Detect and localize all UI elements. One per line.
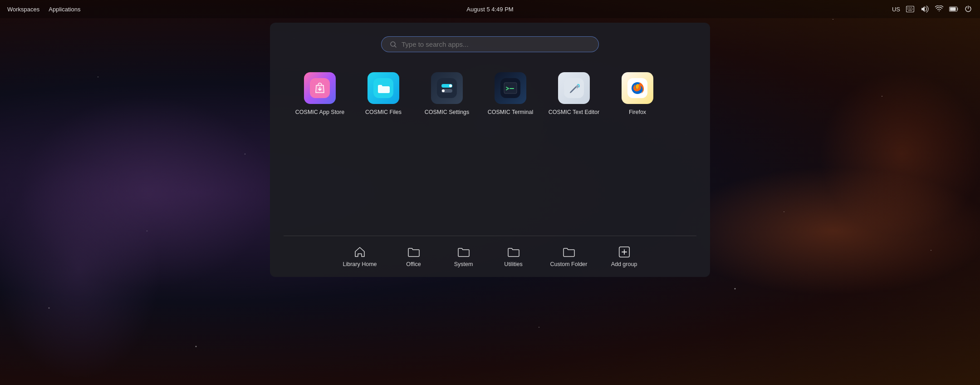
app-label-cosmic-terminal: COSMIC Terminal [488, 109, 533, 116]
category-library-home[interactable]: Library Home [335, 242, 384, 271]
applications-button[interactable]: Applications [49, 6, 80, 13]
apps-grid: COSMIC App Store [288, 66, 692, 122]
app-icon-cosmic-text-editor [558, 72, 590, 104]
taskbar: Workspaces Applications August 5 4:49 PM… [0, 0, 980, 18]
locale-indicator: us [892, 6, 900, 13]
taskbar-right: us [892, 5, 973, 14]
category-label-system: System [454, 261, 473, 267]
system-folder-icon [457, 246, 470, 258]
power-icon[interactable] [964, 5, 973, 14]
app-icon-cosmic-settings [431, 72, 463, 104]
svg-rect-13 [437, 78, 457, 98]
app-icon-cosmic-app-store [304, 72, 336, 104]
app-item-firefox[interactable]: Firefox [606, 66, 669, 122]
home-icon [353, 246, 366, 258]
search-icon [390, 41, 397, 48]
app-label-firefox: Firefox [629, 109, 646, 116]
category-label-custom-folder: Custom Folder [550, 261, 588, 267]
taskbar-clock: August 5 4:49 PM [466, 6, 513, 13]
volume-icon[interactable] [920, 5, 929, 14]
category-add-group[interactable]: Add group [604, 242, 645, 271]
category-label-add-group: Add group [611, 261, 637, 267]
search-container [288, 36, 692, 52]
app-item-cosmic-settings[interactable]: COSMIC Settings [415, 66, 479, 122]
workspaces-button[interactable]: Workspaces [7, 6, 39, 13]
category-utilities[interactable]: Utilities [493, 242, 534, 271]
app-icon-firefox [622, 72, 653, 104]
svg-point-17 [442, 89, 445, 92]
svg-rect-9 [950, 7, 956, 10]
launcher-content: COSMIC App Store [270, 23, 710, 236]
launcher-panel: COSMIC App Store [270, 23, 710, 277]
search-bar [381, 36, 599, 52]
category-label-utilities: Utilities [504, 261, 522, 267]
svg-point-15 [449, 84, 452, 87]
category-office[interactable]: Office [393, 242, 434, 271]
category-custom-folder[interactable]: Custom Folder [543, 242, 595, 271]
keyboard-icon[interactable] [906, 5, 915, 14]
category-label-library-home: Library Home [343, 261, 377, 267]
app-item-cosmic-text-editor[interactable]: COSMIC Text Editor [542, 66, 606, 122]
app-item-cosmic-files[interactable]: COSMIC Files [352, 66, 415, 122]
app-label-cosmic-text-editor: COSMIC Text Editor [549, 109, 599, 116]
category-system[interactable]: System [443, 242, 484, 271]
app-icon-cosmic-files [368, 72, 399, 104]
add-group-icon [618, 246, 631, 258]
taskbar-left: Workspaces Applications [7, 6, 80, 13]
app-icon-cosmic-terminal [495, 72, 526, 104]
svg-rect-20 [510, 88, 514, 89]
app-item-cosmic-terminal[interactable]: COSMIC Terminal [479, 66, 542, 122]
wifi-icon[interactable] [935, 5, 944, 14]
category-label-office: Office [406, 261, 421, 267]
app-item-cosmic-app-store[interactable]: COSMIC App Store [288, 66, 352, 122]
custom-folder-icon [563, 246, 575, 258]
category-bar: Library Home Office System [270, 236, 710, 277]
utilities-folder-icon [507, 246, 520, 258]
office-folder-icon [407, 246, 420, 258]
battery-icon[interactable] [949, 5, 958, 14]
app-label-cosmic-files: COSMIC Files [365, 109, 402, 116]
app-label-cosmic-app-store: COSMIC App Store [295, 109, 344, 116]
app-label-cosmic-settings: COSMIC Settings [425, 109, 470, 116]
search-input[interactable] [402, 40, 590, 48]
